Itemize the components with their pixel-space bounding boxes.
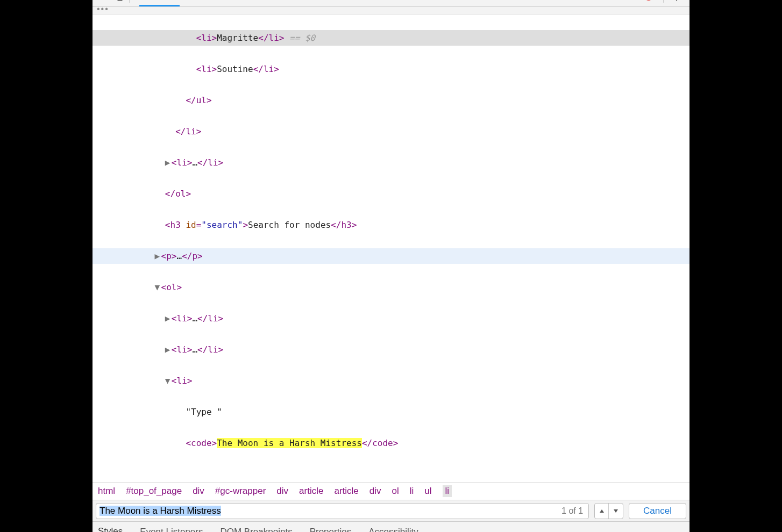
kebab-menu-icon[interactable]: ⋮ [667, 0, 686, 3]
error-icon: ✕ [644, 0, 653, 1]
main-toolbar: Elements Console Sources Network Perform… [93, 0, 689, 7]
tab-elements[interactable]: Elements [139, 0, 180, 6]
error-indicator[interactable]: ✕ 6 [644, 0, 660, 2]
tab-accessibility[interactable]: Accessibility [367, 523, 420, 532]
device-toggle-icon[interactable] [111, 0, 126, 4]
search-count: 1 of 1 [561, 506, 585, 516]
tab-memory[interactable]: Memory [411, 0, 446, 6]
tab-event-listeners[interactable]: Event Listeners [139, 523, 204, 532]
crumb[interactable]: li [410, 486, 414, 497]
crumb[interactable]: div [369, 486, 381, 497]
dom-node[interactable]: ▶<li>…</li> [93, 155, 689, 170]
crumb[interactable]: ol [392, 486, 399, 497]
tab-performance[interactable]: Performance [343, 0, 397, 6]
search-nav [594, 503, 623, 519]
crumb[interactable]: ul [424, 486, 431, 497]
crumb[interactable]: #top_of_page [126, 486, 182, 497]
sidebar-tabs: Styles Event Listeners DOM Breakpoints P… [93, 522, 689, 532]
dom-node[interactable]: ▼<li> [93, 373, 689, 389]
crumb[interactable]: div [193, 486, 204, 497]
crumb[interactable]: article [334, 486, 358, 497]
crumb-current[interactable]: li [443, 485, 452, 497]
error-count: 6 [655, 0, 660, 2]
separator [129, 0, 130, 3]
svg-rect-2 [118, 0, 122, 1]
dom-node[interactable]: <li>Soutine</li> [93, 61, 689, 77]
panel-tabs: Elements Console Sources Network Perform… [139, 0, 628, 6]
more-tabs-icon[interactable]: » [628, 0, 644, 2]
dom-node[interactable]: ▶<li>…</li> [93, 342, 689, 357]
crumb[interactable]: html [98, 486, 115, 497]
tab-sources[interactable]: Sources [243, 0, 279, 6]
separator [663, 0, 664, 3]
tab-dom-breakpoints[interactable]: DOM Breakpoints [219, 523, 293, 532]
crumb[interactable]: #gc-wrapper [215, 486, 266, 497]
dom-node[interactable]: </li> [93, 124, 689, 139]
search-prev-icon[interactable] [595, 504, 609, 519]
search-bar: The Moon is a Harsh Mistress 1 of 1 Canc… [93, 500, 689, 522]
dom-text-node[interactable]: "Type " [93, 404, 689, 420]
overflow-indicator: ••• [93, 7, 689, 15]
dom-node[interactable]: </ul> [93, 92, 689, 108]
search-input[interactable]: The Moon is a Harsh Mistress [99, 505, 561, 517]
search-input-wrap: The Moon is a Harsh Mistress 1 of 1 [96, 503, 589, 519]
tab-console[interactable]: Console [194, 0, 229, 6]
breadcrumb: html #top_of_page div #gc-wrapper div ar… [93, 482, 689, 500]
tab-properties[interactable]: Properties [309, 523, 352, 532]
dom-node[interactable]: </ol> [93, 186, 689, 202]
dom-node-highlighted[interactable]: <code>The Moon is a Harsh Mistress</code… [93, 435, 689, 451]
inspect-element-icon[interactable] [96, 0, 111, 4]
dom-tree[interactable]: <li>Magritte</li> == $0 <li>Soutine</li>… [93, 15, 689, 482]
dom-node[interactable]: ▶<li>…</li> [93, 311, 689, 326]
dom-node[interactable]: <h3 id="search">Search for nodes</h3> [93, 217, 689, 233]
devtools-window: DevTools - localhost:8080/web/tools/chro… [93, 0, 689, 532]
dom-node[interactable]: ▶<p>…</p> [93, 248, 689, 264]
crumb[interactable]: div [276, 486, 288, 497]
cancel-button[interactable]: Cancel [629, 503, 686, 519]
tab-styles[interactable]: Styles [97, 522, 124, 533]
crumb[interactable]: article [299, 486, 323, 497]
tab-network[interactable]: Network [293, 0, 329, 6]
search-next-icon[interactable] [609, 504, 623, 519]
dom-node-selected[interactable]: <li>Magritte</li> == $0 [93, 30, 689, 46]
dom-node[interactable]: ▼<ol> [93, 279, 689, 295]
